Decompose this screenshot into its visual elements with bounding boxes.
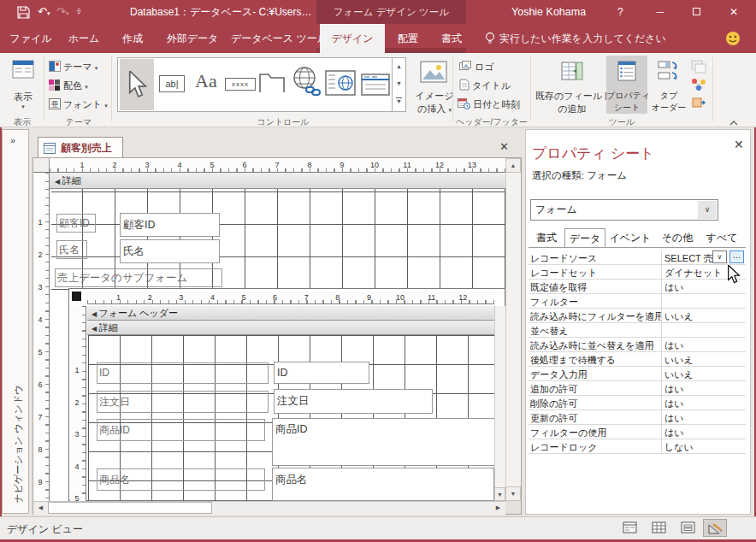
fonts-icon: 亜 bbox=[49, 98, 61, 109]
subform-vertical-scrollbar[interactable] bbox=[494, 306, 505, 501]
logo-button[interactable]: ロゴ bbox=[459, 59, 494, 75]
subform-header-section-bar[interactable]: フォーム ヘッダー bbox=[87, 306, 494, 321]
tab-arrange[interactable]: 配置 bbox=[388, 24, 428, 53]
close-property-sheet-icon[interactable]: ✕ bbox=[734, 138, 744, 151]
object-selector-combo[interactable]: フォーム ∨ bbox=[530, 199, 718, 221]
subform-textbox-product-id[interactable]: 商品ID bbox=[272, 418, 501, 466]
subform-label-order-date[interactable]: 注文日 bbox=[97, 391, 269, 413]
scroll-right-button[interactable]: ▶ bbox=[493, 503, 504, 513]
subform-detail-section-bar[interactable]: 詳細 bbox=[87, 321, 494, 335]
subform-textbox-product-name[interactable]: 商品名 bbox=[272, 468, 494, 501]
property-row: データ入力用いいえ bbox=[529, 367, 746, 381]
scroll-up-button[interactable]: ▲ bbox=[505, 158, 521, 173]
contextual-tools-title: フォーム デザイン ツール bbox=[316, 0, 466, 24]
subform-label-product-name[interactable]: 商品名 bbox=[97, 468, 265, 491]
collapse-ribbon-icon[interactable] bbox=[729, 115, 739, 130]
button-control[interactable]: xxxx bbox=[225, 78, 256, 91]
help-button[interactable]: ? bbox=[617, 0, 623, 24]
record-source-value[interactable]: SELECT 売 ∨ … bbox=[662, 250, 746, 264]
scroll-left-button[interactable]: ◀ bbox=[35, 503, 46, 513]
layout-view-button[interactable] bbox=[676, 519, 700, 537]
horizontal-scroll-thumb[interactable] bbox=[48, 502, 212, 514]
insert-image-button[interactable]: イメージ の挿入 ▾ bbox=[412, 56, 457, 114]
property-row: 更新の許可はい bbox=[529, 410, 746, 425]
design-textbox-customer-id[interactable]: 顧客ID bbox=[120, 213, 220, 237]
account-name[interactable]: Yoshie Kohama bbox=[511, 0, 586, 24]
design-label-name[interactable]: 氏名 bbox=[56, 240, 87, 259]
label-control[interactable]: Aa bbox=[195, 70, 217, 92]
detail-section-bar[interactable]: 詳細 bbox=[50, 173, 505, 189]
subform-new-window-icon[interactable] bbox=[691, 60, 706, 77]
property-row: 読み込み時にフィルターを適用いいえ bbox=[529, 309, 746, 323]
tab-file[interactable]: ファイル bbox=[7, 24, 55, 53]
web-browser-control[interactable] bbox=[325, 70, 356, 99]
tab-order-button[interactable]: タブ オーダー bbox=[650, 56, 688, 114]
themes-button[interactable]: テーマ ▾ bbox=[49, 59, 97, 75]
hyperlink-control[interactable] bbox=[291, 65, 322, 101]
tab-control[interactable] bbox=[258, 68, 286, 99]
design-textbox-name[interactable]: 氏名 bbox=[120, 239, 220, 263]
minimize-button[interactable]: ─ bbox=[647, 0, 674, 24]
qat-customize-icon[interactable]: ▿̄ bbox=[77, 0, 81, 24]
vertical-ruler: 123456789 bbox=[33, 173, 50, 501]
horizontal-ruler: 12345678910111213 bbox=[50, 158, 505, 173]
tab-database-tools[interactable]: データベース ツール bbox=[231, 24, 316, 53]
tab-external-data[interactable]: 外部データ bbox=[159, 24, 226, 53]
close-document-icon[interactable]: ✕ bbox=[499, 140, 509, 153]
tab-home[interactable]: ホーム bbox=[62, 24, 106, 53]
design-label-customer-id[interactable]: 顧客ID bbox=[56, 214, 96, 233]
gallery-scroll-up[interactable]: ▲ bbox=[392, 58, 405, 75]
datasheet-view-button[interactable] bbox=[647, 519, 670, 537]
title-button[interactable]: タイトル bbox=[459, 78, 511, 94]
prop-tab-other[interactable]: その他 bbox=[655, 228, 700, 247]
select-arrow-icon bbox=[127, 71, 148, 98]
document-tab[interactable]: 顧客別売上 bbox=[38, 137, 123, 157]
date-time-button[interactable]: 日付と時刻 bbox=[458, 97, 520, 113]
group-separator bbox=[44, 56, 44, 121]
view-button[interactable]: 表示 ▾ bbox=[3, 56, 43, 114]
undo-icon[interactable]: ↶▾ bbox=[38, 0, 50, 26]
close-button[interactable]: ✕ bbox=[720, 0, 747, 24]
add-existing-fields-button[interactable]: 既存のフィールド の追加 bbox=[535, 56, 609, 114]
maximize-button[interactable] bbox=[682, 0, 710, 24]
subform-scroll-down-button[interactable]: ▼ bbox=[494, 487, 505, 501]
convert-macros-icon[interactable] bbox=[691, 96, 706, 113]
tab-format[interactable]: 書式 bbox=[433, 24, 470, 53]
scroll-down-button[interactable]: ▼ bbox=[505, 486, 521, 501]
tab-create[interactable]: 作成 bbox=[113, 24, 152, 53]
subform-label-product-id[interactable]: 商品ID bbox=[97, 419, 265, 441]
group-label-view: 表示 bbox=[2, 116, 43, 127]
property-sheet-button[interactable]: プロパティ シート bbox=[606, 56, 647, 114]
combo-dropdown-icon[interactable]: ∨ bbox=[698, 201, 717, 219]
view-code-icon[interactable] bbox=[691, 78, 706, 95]
fonts-button[interactable]: 亜 フォント ▾ bbox=[49, 97, 108, 113]
prop-tab-format[interactable]: 書式 bbox=[529, 228, 564, 247]
prop-tab-data[interactable]: データ bbox=[564, 228, 605, 248]
subform-label-id[interactable]: ID bbox=[97, 362, 269, 384]
smiley-feedback-icon[interactable] bbox=[725, 31, 741, 50]
gallery-scroll-down[interactable]: ▼ bbox=[392, 75, 405, 92]
tell-me-input[interactable]: 実行したい作業を入力してください bbox=[499, 24, 666, 53]
prop-tab-all[interactable]: すべて bbox=[701, 228, 742, 247]
field-list-icon bbox=[561, 61, 583, 85]
subform-textbox-id[interactable]: ID bbox=[274, 362, 369, 384]
subform-textbox-order-date[interactable]: 注文日 bbox=[274, 389, 433, 414]
record-source-dropdown-icon[interactable]: ∨ bbox=[712, 250, 727, 263]
colors-button[interactable]: 配色 ▾ bbox=[49, 78, 88, 94]
redo-icon[interactable]: ↷▾ bbox=[56, 0, 68, 26]
textbox-control[interactable]: ab| bbox=[159, 75, 185, 92]
tab-design[interactable]: デザイン bbox=[320, 24, 385, 53]
design-view-button[interactable] bbox=[703, 519, 727, 537]
navigation-control[interactable] bbox=[361, 74, 390, 99]
select-tool[interactable] bbox=[120, 59, 154, 110]
gallery-more-button[interactable]: ▼ bbox=[392, 92, 405, 111]
property-row: 既定値を取得はい bbox=[529, 280, 746, 294]
subform-caption-label[interactable]: 売上データのサブフォーム bbox=[55, 268, 222, 287]
form-view-button[interactable] bbox=[617, 519, 641, 537]
builder-button[interactable]: … bbox=[729, 250, 744, 263]
navigation-pane[interactable]: » ナビゲーション ウィンドウ bbox=[2, 129, 29, 514]
subform-selector-handle[interactable] bbox=[72, 292, 81, 301]
vertical-scrollbar[interactable] bbox=[505, 173, 521, 486]
prop-tab-event[interactable]: イベント bbox=[607, 228, 653, 247]
expand-nav-icon[interactable]: » bbox=[10, 135, 15, 145]
